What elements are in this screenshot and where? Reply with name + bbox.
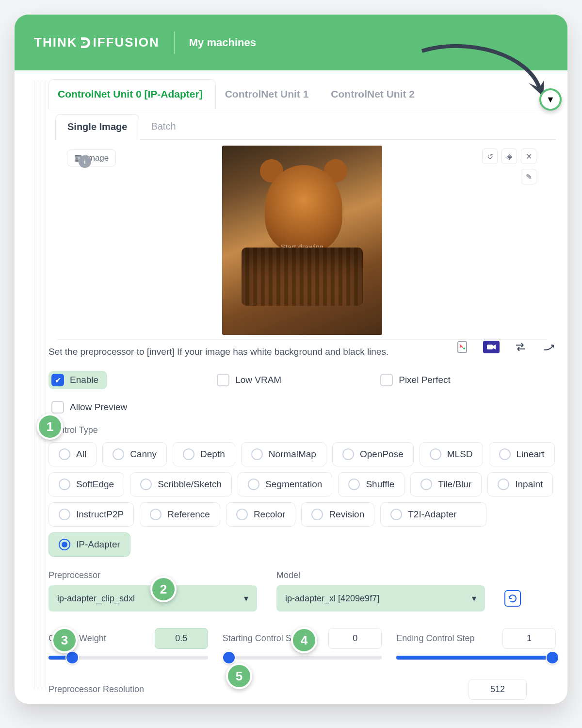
brand-pre: THINK bbox=[34, 35, 77, 50]
nav-my-machines[interactable]: My machines bbox=[189, 36, 256, 49]
radio-shuffle[interactable]: Shuffle bbox=[338, 472, 404, 496]
undo-button[interactable]: ↺ bbox=[482, 149, 498, 164]
end-step-slider[interactable]: Ending Control Step 1 bbox=[396, 628, 556, 660]
radio-inpaint[interactable]: Inpaint bbox=[487, 472, 553, 496]
preprocessor-label: Preprocessor bbox=[48, 570, 257, 580]
radio-all[interactable]: All bbox=[48, 442, 97, 466]
close-button[interactable]: ✕ bbox=[521, 149, 536, 164]
subtab-single[interactable]: Single Image bbox=[55, 114, 139, 140]
radio-label: Inpaint bbox=[515, 479, 543, 490]
swap-icon[interactable] bbox=[513, 341, 528, 353]
model-select[interactable]: ip-adapter_xl [4209e9f7] ▾ bbox=[276, 585, 485, 612]
canvas-hint: Start drawing bbox=[281, 243, 323, 251]
allowpreview-checkbox[interactable]: Allow Preview bbox=[48, 398, 136, 416]
model-field: Model ip-adapter_xl [4209e9f7] ▾ bbox=[276, 570, 485, 612]
callout-4: 4 bbox=[291, 627, 317, 653]
refresh-models-button[interactable] bbox=[504, 590, 521, 607]
radio-normalmap[interactable]: NormalMap bbox=[241, 442, 326, 466]
image-mode-tabs: Single Image Batch bbox=[55, 114, 556, 140]
slider-track[interactable] bbox=[223, 656, 382, 660]
callout-2: 2 bbox=[150, 576, 177, 602]
radio-label: Canny bbox=[130, 449, 157, 460]
svg-rect-2 bbox=[487, 345, 493, 349]
checkbox-icon bbox=[380, 374, 393, 386]
radio-reference[interactable]: Reference bbox=[140, 502, 220, 527]
resolution-value[interactable]: 512 bbox=[469, 679, 527, 700]
brand-d-icon bbox=[78, 36, 92, 50]
enable-checkbox[interactable]: ✔ Enable bbox=[48, 371, 107, 389]
tab-unit-1[interactable]: ControlNet Unit 1 bbox=[216, 79, 322, 109]
slider-thumb[interactable] bbox=[223, 652, 235, 663]
brand-post: IFFUSION bbox=[93, 35, 159, 50]
radio-label: Scribble/Sketch bbox=[158, 479, 222, 490]
radio-ipadapter[interactable]: IP-Adapter bbox=[48, 532, 130, 557]
end-label: Ending Control Step bbox=[396, 633, 494, 644]
resolution-label: Preprocessor Resolution bbox=[48, 684, 144, 695]
image-drop-zone[interactable]: ▦ Image i Start drawing ↺ ◈ ✕ ✎ bbox=[57, 146, 547, 340]
radio-softedge[interactable]: SoftEdge bbox=[48, 472, 124, 496]
radio-scribble[interactable]: Scribble/Sketch bbox=[130, 472, 232, 496]
send-icon[interactable] bbox=[541, 341, 556, 353]
model-label: Model bbox=[276, 570, 485, 580]
radio-label: Reference bbox=[167, 509, 210, 520]
edit-button[interactable]: ✎ bbox=[521, 169, 536, 184]
radio-instructp2p[interactable]: InstructP2P bbox=[48, 502, 134, 527]
radio-label: T2I-Adapter bbox=[408, 509, 456, 520]
radio-label: Depth bbox=[200, 449, 225, 460]
app-window: THINK IFFUSION My machines ▼ ControlNet … bbox=[15, 15, 567, 704]
radio-label: Tile/Blur bbox=[438, 479, 471, 490]
webcam-icon[interactable] bbox=[483, 341, 500, 353]
preprocessor-hint: Set the preprocessor to [invert] If your… bbox=[48, 347, 412, 357]
tab-unit-0[interactable]: ControlNet Unit 0 [IP-Adapter] bbox=[48, 79, 216, 109]
radio-label: Shuffle bbox=[366, 479, 394, 490]
controltype-label: Control Type bbox=[48, 425, 556, 435]
checkbox-icon bbox=[51, 401, 64, 414]
collapse-toggle[interactable]: ▼ bbox=[539, 88, 562, 111]
weight-value[interactable]: 0.5 bbox=[155, 628, 208, 649]
image-tools: ↺ ◈ ✕ ✎ bbox=[482, 149, 536, 184]
radio-segmentation[interactable]: Segmentation bbox=[238, 472, 332, 496]
radio-label: OpenPose bbox=[360, 449, 404, 460]
lowvram-label: Low VRAM bbox=[235, 375, 281, 385]
new-canvas-icon[interactable] bbox=[455, 341, 469, 353]
chevron-down-icon: ▾ bbox=[472, 593, 476, 604]
radio-recolor[interactable]: Recolor bbox=[226, 502, 295, 527]
info-icon[interactable]: i bbox=[79, 155, 91, 168]
checkbox-icon bbox=[217, 374, 229, 386]
divider bbox=[174, 32, 175, 54]
subtab-batch[interactable]: Batch bbox=[139, 114, 187, 139]
callout-1: 1 bbox=[37, 414, 63, 440]
radio-depth[interactable]: Depth bbox=[173, 442, 235, 466]
lowvram-checkbox[interactable]: Low VRAM bbox=[214, 371, 290, 389]
radio-label: SoftEdge bbox=[76, 479, 114, 490]
radio-lineart[interactable]: Lineart bbox=[489, 442, 555, 466]
option-checkboxes: ✔ Enable Low VRAM Pixel Perfect bbox=[48, 371, 556, 389]
radio-canny[interactable]: Canny bbox=[102, 442, 167, 466]
radio-label: Recolor bbox=[254, 509, 285, 520]
pixelperfect-checkbox[interactable]: Pixel Perfect bbox=[377, 371, 459, 389]
erase-button[interactable]: ◈ bbox=[501, 149, 517, 164]
radio-label: IP-Adapter bbox=[76, 539, 120, 550]
slider-track[interactable] bbox=[48, 656, 208, 660]
uploaded-image-preview: Start drawing bbox=[222, 146, 382, 335]
radio-openpose[interactable]: OpenPose bbox=[332, 442, 414, 466]
radio-label: MLSD bbox=[447, 449, 473, 460]
brand-logo: THINK IFFUSION bbox=[34, 35, 160, 50]
radio-label: Lineart bbox=[517, 449, 545, 460]
slider-track[interactable] bbox=[396, 656, 556, 660]
start-value[interactable]: 0 bbox=[328, 628, 382, 649]
end-value[interactable]: 1 bbox=[502, 628, 556, 649]
svg-point-1 bbox=[463, 347, 465, 349]
slider-thumb[interactable] bbox=[547, 652, 558, 663]
radio-mlsd[interactable]: MLSD bbox=[420, 442, 483, 466]
radio-tileblur[interactable]: Tile/Blur bbox=[410, 472, 482, 496]
radio-t2iadapter[interactable]: T2I-Adapter bbox=[380, 502, 486, 527]
slider-thumb[interactable] bbox=[66, 652, 78, 663]
controlnet-tabs: ControlNet Unit 0 [IP-Adapter] ControlNe… bbox=[48, 79, 556, 109]
radio-revision[interactable]: Revision bbox=[301, 502, 374, 527]
pixel-label: Pixel Perfect bbox=[399, 375, 451, 385]
radio-label: NormalMap bbox=[269, 449, 316, 460]
app-header: THINK IFFUSION My machines bbox=[15, 15, 567, 70]
tab-unit-2[interactable]: ControlNet Unit 2 bbox=[322, 79, 428, 109]
callout-5: 5 bbox=[226, 663, 252, 689]
